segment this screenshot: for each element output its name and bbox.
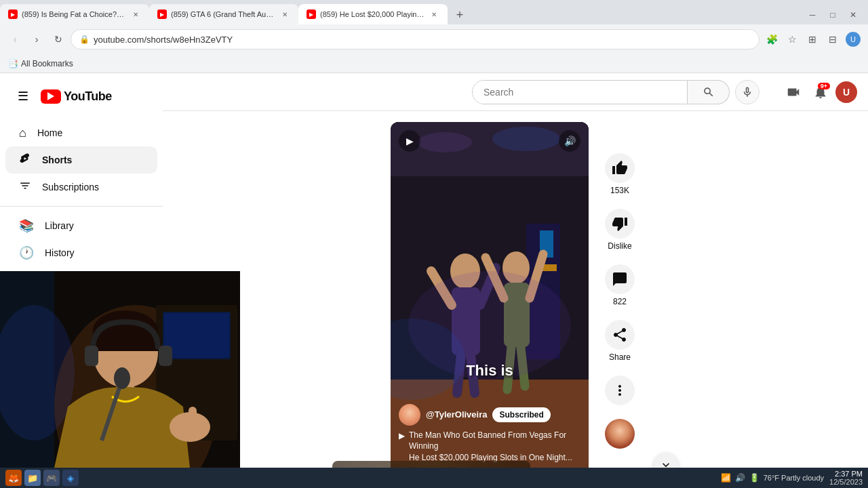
network-icon: 📶 <box>721 473 731 483</box>
tab-3[interactable]: ▶ (859) He Lost $20,000 Playing... ✕ <box>298 4 448 24</box>
svg-rect-34 <box>85 346 98 366</box>
more-options-button[interactable] <box>599 370 640 411</box>
user-avatar[interactable]: U <box>835 81 857 103</box>
tab-2[interactable]: ▶ (859) GTA 6 (Grand Theft Auto... ✕ <box>149 4 298 24</box>
shorts-video-player: This is ▶ 🔊 @TylerOliveira <box>391 122 589 474</box>
channel-name[interactable]: @TylerOliveira <box>426 409 487 420</box>
address-bar[interactable]: 🔒 youtube.com/shorts/w8eHn3ZeVTY <box>71 29 760 49</box>
sidebar-divider-1 <box>0 206 163 207</box>
forward-button[interactable]: › <box>27 30 46 49</box>
lock-icon: 🔒 <box>79 35 90 44</box>
back-button[interactable]: ‹ <box>5 30 24 49</box>
notifications-button[interactable]: 9+ <box>808 80 833 104</box>
video-mute-button[interactable]: 🔊 <box>559 130 580 152</box>
comment-icon <box>612 271 628 287</box>
minimize-button[interactable]: ─ <box>803 5 822 24</box>
subscribe-button[interactable]: Subscribed <box>492 407 550 422</box>
like-button[interactable]: 153K <box>599 148 640 201</box>
shorts-container: This is ▶ 🔊 @TylerOliveira <box>391 117 640 480</box>
taskbar-icon-firefox[interactable]: 🦊 <box>5 470 22 486</box>
address-text: youtube.com/shorts/w8eHn3ZeVTY <box>94 35 751 45</box>
hamburger-menu-button[interactable]: ☰ <box>11 84 35 108</box>
taskbar-icon-app4[interactable]: ◈ <box>62 470 79 486</box>
shorts-action-buttons: 153K Dislike 822 <box>599 148 640 449</box>
voice-search-button[interactable] <box>735 80 760 104</box>
tab-1-close[interactable]: ✕ <box>130 9 141 20</box>
volume-icon: 🔊 <box>735 473 745 483</box>
tab-1[interactable]: ▶ (859) Is Being Fat a Choice? |... ✕ <box>0 4 149 24</box>
youtube-logo[interactable]: YouTube <box>41 89 112 104</box>
taskbar-left: 🦊 📁 🎮 ◈ <box>5 470 79 486</box>
profile-button[interactable]: U <box>844 30 863 49</box>
toolbar-actions: 🧩 ☆ ⊞ ⊟ U <box>762 30 863 49</box>
library-icon: 📚 <box>19 218 34 233</box>
dislike-label: Dislike <box>608 241 631 251</box>
sidebar-item-shorts-label: Shorts <box>42 155 72 165</box>
comment-icon-circle <box>605 264 635 294</box>
svg-point-3 <box>492 127 560 151</box>
extensions-button[interactable]: 🧩 <box>762 30 781 49</box>
sidebar-item-shorts[interactable]: Shorts <box>5 146 157 174</box>
create-button[interactable] <box>781 80 806 104</box>
video-play-button[interactable]: ▶ <box>399 130 420 152</box>
svg-point-2 <box>418 132 472 152</box>
taskbar-icon-games[interactable]: 🎮 <box>43 470 60 486</box>
tab-3-close[interactable]: ✕ <box>429 9 439 20</box>
comments-button[interactable]: 822 <box>599 259 640 312</box>
search-input[interactable] <box>473 81 687 104</box>
video-title-row: ▶ The Man Who Got Banned From Vegas For … <box>399 430 580 464</box>
play-icon-small: ▶ <box>399 431 405 441</box>
taskbar-right: 📶 🔊 🔋 76°F Partly cloudy 2:37 PM 12/5/20… <box>721 470 863 486</box>
tab-bar: ▶ (859) Is Being Fat a Choice? |... ✕ ▶ … <box>0 0 868 24</box>
tab-2-close[interactable]: ✕ <box>279 9 290 20</box>
dislike-button[interactable]: Dislike <box>599 203 640 256</box>
main-content: This is ▶ 🔊 @TylerOliveira <box>163 111 868 488</box>
refresh-button[interactable]: ↻ <box>49 30 68 49</box>
bookmarks-bar: 📑 All Bookmarks <box>0 54 868 73</box>
tab-2-title: (859) GTA 6 (Grand Theft Auto... <box>171 10 275 18</box>
sidebar-item-home-label: Home <box>37 127 62 138</box>
like-icon-circle <box>605 153 635 183</box>
dislike-icon-circle <box>605 209 635 239</box>
sidebar-item-history[interactable]: 🕐 History <box>5 239 157 266</box>
current-time: 2:37 PM <box>829 470 863 478</box>
new-tab-button[interactable]: + <box>450 5 469 24</box>
close-window-button[interactable]: ✕ <box>844 5 863 24</box>
webcam-background <box>0 271 240 468</box>
sidebar-item-library-label: Library <box>45 220 74 231</box>
header-actions: 9+ U <box>781 80 857 104</box>
current-date: 12/5/2023 <box>829 478 863 486</box>
svg-rect-29 <box>164 313 229 358</box>
creator-avatar-side[interactable] <box>605 419 635 449</box>
channel-avatar-image <box>399 404 420 426</box>
sidebar-item-subscriptions[interactable]: Subscriptions <box>5 174 157 201</box>
system-tray: 📶 🔊 🔋 76°F Partly cloudy <box>721 473 824 483</box>
maximize-button[interactable]: □ <box>823 5 842 24</box>
taskbar: 🦊 📁 🎮 ◈ 📶 🔊 🔋 76°F Partly cloudy 2:37 PM… <box>0 468 868 488</box>
video-caption-text: This is <box>466 362 513 380</box>
tab-manager-button[interactable]: ⊞ <box>803 30 822 49</box>
search-button[interactable] <box>688 80 730 104</box>
thumbs-up-icon <box>612 160 628 176</box>
more-dots-icon <box>612 382 628 399</box>
webcam-overlay <box>0 271 240 468</box>
sidebar-item-home[interactable]: ⌂ Home <box>5 119 157 146</box>
tab-3-title: (859) He Lost $20,000 Playing... <box>320 10 425 18</box>
history-icon: 🕐 <box>19 245 34 260</box>
video-create-icon <box>786 85 801 100</box>
search-input-wrap <box>472 80 688 104</box>
channel-avatar[interactable] <box>399 404 420 426</box>
bookmarks-bar-label[interactable]: All Bookmarks <box>21 59 73 68</box>
share-button[interactable]: Share <box>599 314 640 367</box>
youtube-icon <box>41 89 61 104</box>
creator-avatar-image <box>605 419 635 449</box>
star-button[interactable]: ☆ <box>783 30 802 49</box>
clock-area: 2:37 PM 12/5/2023 <box>829 470 863 486</box>
split-view-button[interactable]: ⊟ <box>823 30 842 49</box>
logo-area: ☰ YouTube <box>0 79 163 119</box>
taskbar-icon-files[interactable]: 📁 <box>24 470 41 486</box>
notification-count: 9+ <box>818 83 830 89</box>
video-title-text: The Man Who Got Banned From Vegas For Wi… <box>409 430 580 464</box>
youtube-wordmark: YouTube <box>64 89 112 104</box>
sidebar-item-library[interactable]: 📚 Library <box>5 212 157 239</box>
